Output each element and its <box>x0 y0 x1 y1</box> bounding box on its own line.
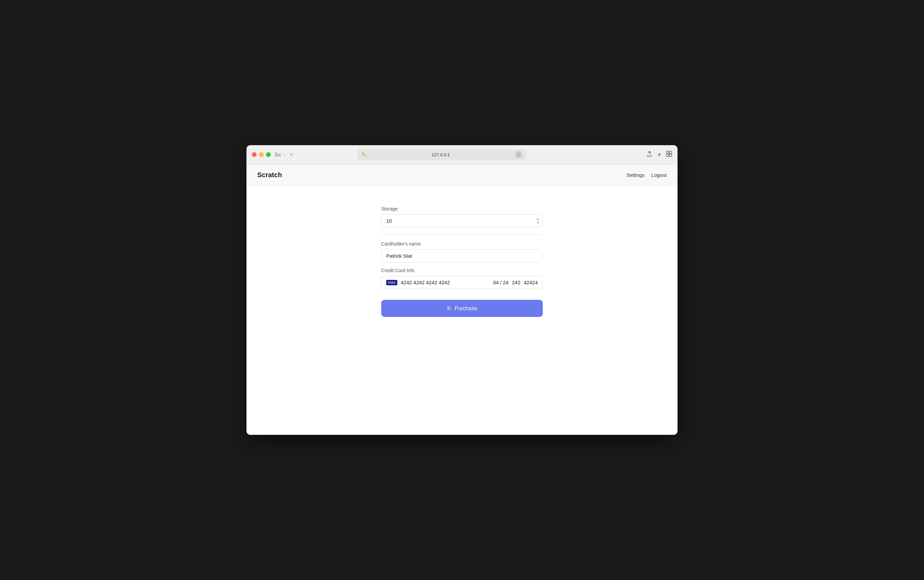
svg-rect-3 <box>669 154 672 157</box>
dots-icon: ··· <box>517 153 520 157</box>
stepper-up-icon[interactable]: ▲ <box>536 218 539 221</box>
address-bar[interactable]: ✏️ 127.0.0.1 ··· <box>358 149 526 160</box>
traffic-light-yellow[interactable] <box>259 152 264 157</box>
sidebar-toggle-icon[interactable] <box>275 152 281 157</box>
back-button[interactable]: < <box>288 151 295 158</box>
purchase-button[interactable]: ↻ Purchase <box>381 300 543 317</box>
divider <box>381 234 543 234</box>
svg-rect-0 <box>666 151 669 153</box>
traffic-lights <box>252 152 271 157</box>
stepper-arrows[interactable]: ▲ ▼ <box>536 218 539 224</box>
main-area: Storage ▲ ▼ Cardholder's name <box>247 186 677 435</box>
refresh-icon: ↻ <box>447 305 451 311</box>
app-content: Scratch Settings Logout Storage ▲ ▼ <box>247 164 677 435</box>
edit-icon: ✏️ <box>362 152 367 157</box>
new-tab-icon[interactable]: + <box>657 151 661 159</box>
storage-section: Storage ▲ ▼ <box>381 206 543 227</box>
card-number: 4242 4242 4242 4242 <box>401 280 490 285</box>
chevron-down-icon[interactable]: ⌄ <box>283 153 286 157</box>
credit-card-section: Credit Card Info VISA 4242 4242 4242 424… <box>381 268 543 289</box>
cardholder-section: Cardholder's name <box>381 241 543 262</box>
browser-actions: + <box>646 151 672 159</box>
storage-input-wrapper: ▲ ▼ <box>381 214 543 227</box>
storage-label: Storage <box>381 206 543 211</box>
browser-window: ⌄ < ✏️ 127.0.0.1 ··· + <box>247 145 677 435</box>
svg-rect-1 <box>669 151 672 153</box>
cardholder-label: Cardholder's name <box>381 241 543 247</box>
sidebar-bar <box>275 156 281 156</box>
sidebar-bar <box>275 152 277 153</box>
address-text: 127.0.0.1 <box>369 152 513 157</box>
app-logo: Scratch <box>257 171 282 179</box>
card-cvv: 242 <box>512 280 520 285</box>
traffic-light-green[interactable] <box>266 152 271 157</box>
svg-rect-2 <box>666 154 669 157</box>
address-bar-menu[interactable]: ··· <box>515 151 522 158</box>
browser-chrome: ⌄ < ✏️ 127.0.0.1 ··· + <box>247 145 677 164</box>
app-header: Scratch Settings Logout <box>247 164 677 186</box>
share-icon[interactable] <box>646 151 653 158</box>
storage-input[interactable] <box>381 214 543 227</box>
cardholder-input[interactable] <box>381 249 543 262</box>
purchase-label: Purchase <box>455 305 477 311</box>
card-zip: 42424 <box>524 280 538 285</box>
app-nav: Settings Logout <box>626 172 667 178</box>
logout-link[interactable]: Logout <box>651 172 667 178</box>
stepper-down-icon[interactable]: ▼ <box>536 221 539 224</box>
credit-card-input[interactable]: VISA 4242 4242 4242 4242 04 / 24 242 424… <box>381 276 543 289</box>
traffic-light-red[interactable] <box>252 152 256 157</box>
card-expiry: 04 / 24 <box>493 280 508 285</box>
settings-link[interactable]: Settings <box>626 172 644 178</box>
browser-controls: ⌄ < <box>275 151 295 158</box>
visa-badge: VISA <box>386 280 397 285</box>
tabs-icon[interactable] <box>666 151 672 158</box>
credit-card-label: Credit Card Info <box>381 268 543 273</box>
form-container: Storage ▲ ▼ Cardholder's name <box>381 206 543 317</box>
sidebar-bar <box>275 154 281 155</box>
